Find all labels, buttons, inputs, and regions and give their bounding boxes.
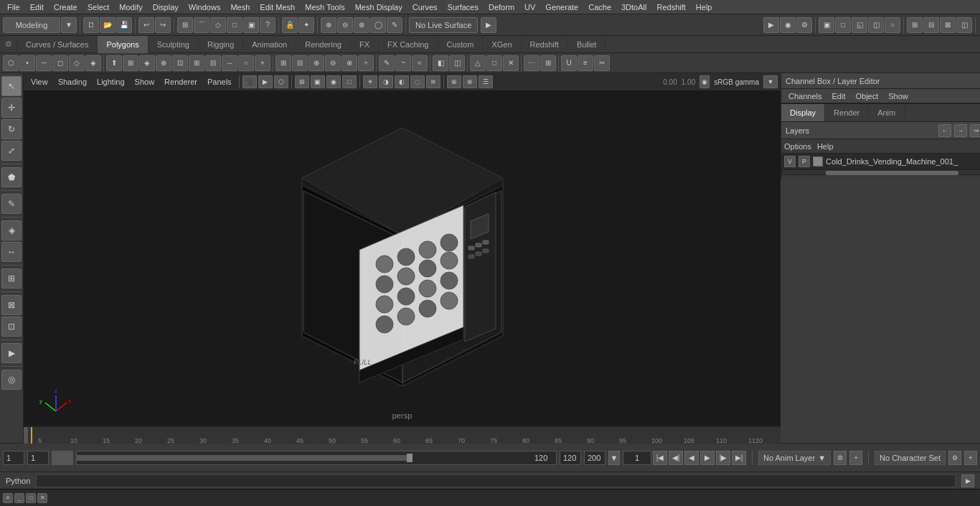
uv-layout-btn[interactable]: ≡ bbox=[578, 55, 593, 71]
python-execute-btn[interactable]: ▶ bbox=[961, 474, 974, 487]
tab-redshift[interactable]: Redshift bbox=[522, 36, 568, 53]
vp-iso-btn[interactable]: ⊕ bbox=[447, 75, 461, 88]
color-space-dropdown[interactable]: ▼ bbox=[763, 75, 778, 88]
tab-animation[interactable]: Animation bbox=[243, 36, 296, 53]
dra-tab-render[interactable]: Render bbox=[825, 104, 869, 121]
render-settings-btn[interactable]: ⚙ bbox=[796, 17, 812, 33]
select-tool[interactable]: ↖ bbox=[1, 76, 22, 96]
bool-union-btn[interactable]: ⊕ bbox=[308, 55, 324, 71]
menu-generate[interactable]: Generate bbox=[541, 1, 583, 13]
cam-tool[interactable]: ▶ bbox=[1, 343, 22, 363]
timeline-ruler[interactable]: 5 10 15 20 25 30 35 40 45 50 55 60 bbox=[28, 427, 781, 444]
vp-menu-view[interactable]: View bbox=[27, 76, 52, 88]
layout-tool[interactable]: ⊡ bbox=[1, 317, 22, 337]
char-set-plus-btn[interactable]: + bbox=[964, 451, 977, 465]
vp-menu-shading[interactable]: Shading bbox=[54, 76, 91, 88]
save-scene-btn[interactable]: 💾 bbox=[116, 17, 132, 33]
no-anim-layer-dropdown[interactable]: ▼ bbox=[818, 454, 826, 462]
anim-layer-plus-btn[interactable]: + bbox=[849, 451, 862, 465]
render-btn[interactable]: ▶ bbox=[763, 17, 779, 33]
crease-btn[interactable]: ⋯ bbox=[524, 55, 540, 71]
snap-surface-btn[interactable]: □ bbox=[227, 17, 242, 33]
frame-current-field[interactable]: 1 bbox=[27, 451, 49, 465]
tab-rendering[interactable]: Rendering bbox=[296, 36, 351, 53]
select-all-btn[interactable]: ⊕ bbox=[321, 17, 336, 33]
a2-btn[interactable]: □ bbox=[835, 17, 851, 33]
timeline[interactable]: 5 10 15 20 25 30 35 40 45 50 55 60 bbox=[24, 426, 781, 444]
combine-btn[interactable]: ⊞ bbox=[275, 55, 291, 71]
workspace-dropdown-arrow[interactable]: ▼ bbox=[61, 17, 77, 33]
uv-cut-btn[interactable]: ✂ bbox=[594, 55, 610, 71]
menu-uv[interactable]: UV bbox=[520, 1, 540, 13]
vp-menu-lighting[interactable]: Lighting bbox=[93, 76, 129, 88]
insert-loop-btn[interactable]: ⊞ bbox=[189, 55, 204, 71]
ch-menu-show[interactable]: Show bbox=[884, 90, 913, 102]
bevel-btn[interactable]: ◈ bbox=[139, 55, 155, 71]
select-comp-btn[interactable]: ◈ bbox=[85, 55, 101, 71]
frame-range-handle[interactable] bbox=[407, 454, 413, 462]
menu-mesh[interactable]: Mesh bbox=[226, 1, 254, 13]
ch-menu-edit[interactable]: Edit bbox=[827, 90, 849, 102]
fill-hole-btn[interactable]: ○ bbox=[238, 55, 254, 71]
layers-scroll-thumb[interactable] bbox=[826, 171, 958, 175]
layer-playback-btn[interactable]: P bbox=[798, 156, 810, 167]
tab-rigging[interactable]: Rigging bbox=[199, 36, 243, 53]
new-scene-btn[interactable]: 🗋 bbox=[83, 17, 99, 33]
smooth-btn[interactable]: ≈ bbox=[412, 55, 428, 71]
append-poly-btn[interactable]: + bbox=[255, 55, 270, 71]
vp-menu-renderer[interactable]: Renderer bbox=[160, 76, 202, 88]
open-scene-btn[interactable]: 📂 bbox=[100, 17, 116, 33]
relax-btn[interactable]: ~ bbox=[395, 55, 411, 71]
highlight-btn[interactable]: ✦ bbox=[298, 17, 314, 33]
vp-wire-btn[interactable]: ▣ bbox=[311, 75, 325, 88]
snap-tool[interactable]: ◈ bbox=[1, 220, 22, 240]
show-manip-tool[interactable]: ⊞ bbox=[1, 268, 22, 289]
python-input[interactable] bbox=[36, 474, 956, 487]
vp-motion-btn[interactable]: ≋ bbox=[426, 75, 440, 88]
scale-tool[interactable]: ⤢ bbox=[1, 141, 22, 161]
sym-btn[interactable]: ◫ bbox=[449, 55, 465, 71]
tab-sculpting[interactable]: Sculpting bbox=[149, 36, 199, 53]
tab-curves-surfaces[interactable]: Curves / Surfaces bbox=[17, 36, 98, 53]
menu-create[interactable]: Create bbox=[50, 1, 82, 13]
select-uv-btn[interactable]: ◇ bbox=[69, 55, 85, 71]
layer-help-btn[interactable]: Help bbox=[817, 142, 834, 151]
no-char-set-btn[interactable]: No Character Set bbox=[875, 451, 946, 465]
menu-mesh-tools[interactable]: Mesh Tools bbox=[301, 1, 349, 13]
vp-light-btn[interactable]: ☀ bbox=[363, 75, 377, 88]
snap-grid-btn[interactable]: ⊞ bbox=[177, 17, 193, 33]
bool-diff-btn[interactable]: ⊖ bbox=[325, 55, 341, 71]
vp-hud-btn[interactable]: ☰ bbox=[479, 75, 493, 88]
menu-surfaces[interactable]: Surfaces bbox=[443, 1, 483, 13]
grid-tool[interactable]: ⊠ bbox=[1, 295, 22, 315]
vp-tex-btn[interactable]: □ bbox=[342, 75, 357, 88]
ch-menu-object[interactable]: Object bbox=[851, 90, 882, 102]
subd-btn[interactable]: ⊞ bbox=[540, 55, 556, 71]
menu-cache[interactable]: Cache bbox=[584, 1, 616, 13]
range-options-btn[interactable]: ▼ bbox=[608, 451, 620, 465]
anim-layer-options-btn[interactable]: ⚙ bbox=[834, 451, 847, 465]
quadify-btn[interactable]: □ bbox=[486, 55, 502, 71]
extrude-btn[interactable]: ⬆ bbox=[106, 55, 122, 71]
menu-edit-mesh[interactable]: Edit Mesh bbox=[255, 1, 299, 13]
offset-loop-btn[interactable]: ⊟ bbox=[205, 55, 221, 71]
menu-help[interactable]: Help bbox=[692, 1, 717, 13]
viewport[interactable]: View Shading Lighting Show Renderer Pane… bbox=[24, 73, 781, 426]
a1-btn[interactable]: ▣ bbox=[819, 17, 834, 33]
live-surface-arrow[interactable]: ▶ bbox=[481, 17, 496, 33]
vp-menu-panels[interactable]: Panels bbox=[203, 76, 236, 88]
a4-btn[interactable]: ◫ bbox=[868, 17, 884, 33]
bridge-btn[interactable]: ⊞ bbox=[123, 55, 138, 71]
tab-custom[interactable]: Custom bbox=[438, 36, 484, 53]
rotate-tool[interactable]: ↻ bbox=[1, 119, 22, 139]
ch-menu-channels[interactable]: Channels bbox=[784, 90, 826, 102]
layer-visibility-btn[interactable]: V bbox=[784, 156, 796, 167]
layer-add-btn[interactable]: ← bbox=[938, 124, 951, 137]
mirror-btn[interactable]: ◧ bbox=[433, 55, 448, 71]
menu-display[interactable]: Display bbox=[149, 1, 183, 13]
p3-btn[interactable]: ⊠ bbox=[940, 17, 956, 33]
p2-btn[interactable]: ⊟ bbox=[923, 17, 939, 33]
slide-edge-btn[interactable]: ↔ bbox=[222, 55, 237, 71]
menu-edit[interactable]: Edit bbox=[26, 1, 48, 13]
invert-sel-btn[interactable]: ⊗ bbox=[354, 17, 369, 33]
